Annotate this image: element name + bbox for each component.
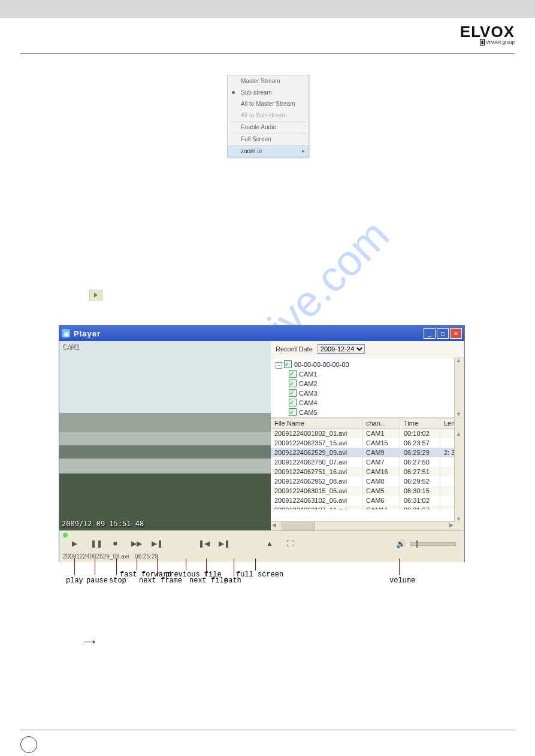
- col-filename[interactable]: File Name: [271, 418, 362, 428]
- record-date-select[interactable]: 2009-12-24: [318, 344, 365, 354]
- play-icon-inline: [89, 290, 102, 300]
- full-screen-button[interactable]: ⛶: [286, 539, 294, 548]
- file-list-scroll-h[interactable]: [271, 521, 455, 530]
- status-light-icon: [63, 533, 68, 538]
- divider-top: [20, 53, 515, 54]
- cell-time: 00:18:02: [400, 429, 440, 438]
- annot-line: [137, 558, 137, 570]
- menu-sub-stream[interactable]: Sub-stream: [228, 87, 309, 98]
- cell-filename: 20091224063127_11.avi: [271, 505, 362, 509]
- camera-tree[interactable]: -00-00-00-00-00-00 CAM1 CAM2 CAM3 CAM4 C…: [271, 357, 464, 418]
- menu-all-master[interactable]: All to Master Stream: [228, 98, 309, 110]
- checkbox-icon[interactable]: [289, 389, 297, 397]
- annot-line: [234, 558, 234, 576]
- previous-file-button[interactable]: ❚◀: [198, 539, 207, 548]
- tree-label: CAM5: [299, 409, 318, 416]
- file-list-scroll-v[interactable]: [454, 418, 464, 530]
- app-icon: ▣: [62, 329, 70, 338]
- title-bar[interactable]: ▣ Player _ □ ✕: [59, 326, 464, 341]
- tree-cam2[interactable]: CAM2: [289, 379, 462, 388]
- cell-channel: CAM1: [362, 429, 400, 438]
- tree-label: CAM1: [299, 371, 318, 378]
- cell-channel: CAM8: [362, 476, 400, 486]
- cell-time: 06:31:02: [400, 496, 440, 505]
- tree-label: CAM4: [299, 399, 318, 406]
- annot-nxf: next file: [189, 576, 228, 585]
- file-row[interactable]: 20091224062529_09.aviCAM906:25:292: 3: [271, 448, 464, 457]
- collapse-icon[interactable]: -: [276, 362, 282, 369]
- page-number-circle: [20, 736, 37, 753]
- cell-time: 06:30:15: [400, 486, 440, 496]
- cell-filename: 20091224063015_05.avi: [271, 486, 362, 496]
- cell-channel: CAM11: [362, 505, 400, 509]
- stop-button[interactable]: ■: [111, 539, 119, 548]
- path-button[interactable]: ▲: [265, 539, 274, 548]
- menu-master-stream[interactable]: Master Stream: [228, 75, 309, 87]
- tree-cam1[interactable]: CAM1: [289, 369, 462, 379]
- file-row[interactable]: 20091224062357_15.aviCAM1506:23:57: [271, 438, 464, 448]
- close-button[interactable]: ✕: [450, 328, 462, 339]
- maximize-button[interactable]: □: [437, 328, 449, 339]
- checkbox-icon[interactable]: [289, 408, 297, 416]
- minimize-button[interactable]: _: [424, 328, 436, 339]
- file-list-header[interactable]: File Name chan... Time Leng: [271, 418, 464, 429]
- scroll-thumb[interactable]: [282, 523, 315, 530]
- tree-cam4[interactable]: CAM4: [289, 398, 462, 408]
- video-area[interactable]: CAM1 2009/12 09 15:51 48: [59, 341, 271, 530]
- camera-label: CAM1: [62, 342, 79, 351]
- menu-full-screen[interactable]: Full Screen: [228, 133, 309, 145]
- speaker-icon[interactable]: 🔊: [396, 539, 406, 548]
- cell-time: 06:27:50: [400, 457, 440, 467]
- file-row[interactable]: 20091224062751_16.aviCAM1606:27:51: [271, 467, 464, 476]
- file-row[interactable]: 20091224063015_05.aviCAM506:30:15: [271, 486, 464, 496]
- next-file-button[interactable]: ▶❚: [219, 539, 227, 548]
- menu-enable-audio[interactable]: Enable Audio: [228, 122, 309, 133]
- col-channel[interactable]: chan...: [362, 418, 400, 428]
- file-row[interactable]: 20091224062750_07.aviCAM706:27:50: [271, 457, 464, 467]
- annot-pause: pause: [86, 576, 108, 585]
- cell-time: 06:29:52: [400, 476, 440, 486]
- file-row[interactable]: 20091224062952_08.aviCAM806:29:52: [271, 476, 464, 486]
- tree-cam3[interactable]: CAM3: [289, 388, 462, 398]
- cell-channel: CAM9: [362, 448, 400, 457]
- cell-channel: CAM7: [362, 457, 400, 467]
- menu-all-sub[interactable]: All to Sub-stream: [228, 110, 309, 121]
- file-list: File Name chan... Time Leng 200912240018…: [271, 418, 464, 530]
- menu-zoom-in[interactable]: zoom in: [228, 145, 309, 157]
- player-body: CAM1 2009/12 09 15:51 48 Record Date 200…: [59, 341, 464, 530]
- file-row[interactable]: 20091224063102_06.aviCAM606:31:02: [271, 496, 464, 505]
- checkbox-icon[interactable]: [284, 360, 292, 368]
- cell-filename: 20091224001802_01.avi: [271, 429, 362, 438]
- cell-channel: CAM16: [362, 467, 400, 476]
- brand-sub: ▮VIMAR group: [480, 40, 515, 45]
- checkbox-icon[interactable]: [289, 379, 297, 387]
- file-row[interactable]: 20091224001802_01.aviCAM100:18:02: [271, 429, 464, 438]
- checkbox-icon[interactable]: [289, 399, 297, 406]
- control-buttons: ▶ ❚❚ ■ ▶▶ ▶❚ ❚◀ ▶❚ ▲ ⛶: [70, 539, 294, 548]
- tree-scrollbar[interactable]: [454, 357, 464, 417]
- col-time[interactable]: Time: [400, 418, 440, 428]
- tree-cam5[interactable]: CAM5: [289, 408, 462, 417]
- file-row[interactable]: 20091224063127_11.aviCAM1106:31:27: [271, 505, 464, 509]
- page-root: ELVOX ▮VIMAR group Master Stream Sub-str…: [0, 0, 535, 756]
- checkbox-icon[interactable]: [289, 370, 297, 378]
- volume-slider[interactable]: [410, 542, 456, 546]
- annot-line: [95, 558, 95, 575]
- top-bar: [0, 0, 535, 18]
- cell-filename: 20091224063102_06.avi: [271, 496, 362, 505]
- pause-button[interactable]: ❚❚: [90, 539, 99, 548]
- play-button[interactable]: ▶: [70, 539, 78, 548]
- cell-filename: 20091224062751_16.avi: [271, 467, 362, 476]
- volume-thumb[interactable]: [416, 541, 418, 548]
- cell-filename: 20091224062529_09.avi: [271, 448, 362, 457]
- stream-context-menu: Master Stream Sub-stream All to Master S…: [227, 75, 309, 157]
- tree-root[interactable]: -00-00-00-00-00-00: [276, 360, 462, 369]
- next-frame-button[interactable]: ▶❚: [152, 539, 160, 548]
- spacer: [172, 539, 186, 548]
- fast-forward-button[interactable]: ▶▶: [131, 539, 140, 548]
- cell-time: 06:25:29: [400, 448, 440, 457]
- player-window: ▣ Player _ □ ✕ CAM1 2009/12 09 15:51 48 …: [59, 325, 465, 562]
- annotations: play pause stop fast forward next frame …: [60, 558, 467, 588]
- cell-channel: CAM5: [362, 486, 400, 496]
- annot-line: [186, 558, 186, 570]
